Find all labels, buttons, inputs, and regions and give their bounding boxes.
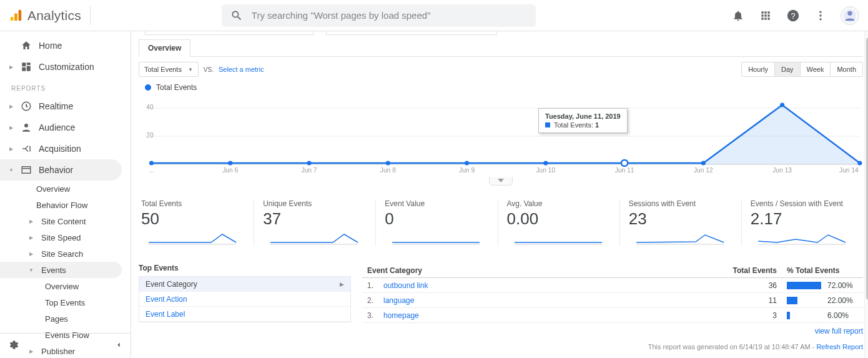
- svg-text:Jun 6: Jun 6: [222, 167, 238, 174]
- analytics-logo-icon: [9, 9, 22, 22]
- granularity-switch: Hourly Day Week Month: [741, 62, 863, 77]
- granularity-month[interactable]: Month: [831, 62, 862, 76]
- nav-behavior[interactable]: ▼ Behavior: [0, 159, 122, 181]
- nav-events[interactable]: ▼Events: [0, 262, 122, 278]
- reports-label: REPORTS: [0, 77, 131, 96]
- search-input[interactable]: Try searching "Worst pages by load speed…: [222, 4, 536, 27]
- nav-site-search[interactable]: ▶Site Search: [0, 246, 122, 262]
- nav-customization[interactable]: ▶ Customization: [0, 56, 122, 77]
- report-main: Overview Total Events ▼ VS. Select a met…: [131, 31, 868, 358]
- svg-rect-1: [14, 13, 17, 21]
- nav-events-top[interactable]: Top Events: [0, 294, 122, 311]
- top-events-title: Top Events: [139, 264, 351, 272]
- svg-point-21: [465, 161, 469, 166]
- card-events-per-session[interactable]: Events / Session with Event 2.17: [748, 199, 863, 246]
- nav-behavior-overview[interactable]: Overview: [0, 181, 122, 197]
- svg-rect-11: [22, 167, 31, 174]
- svg-text:Jun 13: Jun 13: [772, 167, 792, 174]
- select-metric-link[interactable]: Select a metric: [219, 66, 264, 73]
- nav-audience[interactable]: ▶ Audience: [0, 117, 122, 138]
- svg-point-19: [307, 161, 311, 166]
- svg-text:Jun 7: Jun 7: [302, 167, 317, 174]
- line-chart-svg: 40 20 … Jun 6 Jun 7 Jun 8 Jun 9 Ju: [139, 96, 863, 177]
- tab-overview[interactable]: Overview: [139, 39, 190, 57]
- nav-acquisition[interactable]: ▶ Acquisition: [0, 138, 122, 159]
- notifications-icon[interactable]: [731, 8, 746, 23]
- left-nav: Home ▶ Customization REPORTS ▶ Realtime …: [0, 31, 131, 358]
- chevron-right-icon: ▶: [29, 235, 34, 241]
- table-row[interactable]: 1.outbound link3672.00%: [362, 278, 863, 293]
- card-unique-events[interactable]: Unique Events 37: [260, 199, 376, 246]
- svg-point-24: [780, 103, 784, 107]
- nav-footer: [0, 333, 131, 358]
- nav-events-pages[interactable]: Pages: [0, 311, 122, 327]
- svg-rect-0: [11, 16, 14, 20]
- svg-text:…: …: [148, 167, 154, 174]
- nav-events-overview[interactable]: Overview: [0, 278, 122, 294]
- svg-text:40: 40: [146, 104, 154, 111]
- svg-point-20: [386, 161, 390, 166]
- svg-point-7: [819, 18, 821, 20]
- top-events-table: Event Category Total Events % Total Even…: [362, 264, 863, 323]
- svg-text:Jun 10: Jun 10: [536, 167, 555, 174]
- svg-point-10: [24, 124, 28, 127]
- scrollbar[interactable]: [864, 31, 868, 358]
- dimension-event-action[interactable]: Event Action: [139, 292, 350, 307]
- dimension-event-label[interactable]: Event Label: [139, 307, 350, 322]
- nav-realtime[interactable]: ▶ Realtime: [0, 96, 122, 117]
- collapse-nav-icon[interactable]: [114, 341, 123, 352]
- nav-home[interactable]: Home: [0, 35, 122, 56]
- chevron-right-icon: ▶: [9, 104, 14, 109]
- granularity-day[interactable]: Day: [775, 62, 801, 76]
- card-event-value[interactable]: Event Value 0: [382, 199, 498, 246]
- header-actions: ?: [731, 6, 859, 25]
- report-footer: This report was generated on 6/14/19 at …: [362, 343, 863, 357]
- collapse-chart-handle[interactable]: [489, 177, 513, 186]
- search-placeholder: Try searching "Worst pages by load speed…: [252, 10, 431, 21]
- col-pct-events[interactable]: % Total Events: [782, 264, 863, 278]
- svg-text:Jun 12: Jun 12: [694, 167, 713, 174]
- svg-point-23: [701, 161, 706, 166]
- chevron-right-icon: ▶: [9, 146, 14, 152]
- app-header: Analytics Try searching "Worst pages by …: [0, 0, 868, 31]
- truncated-cards: [139, 31, 863, 35]
- nav-site-speed[interactable]: ▶Site Speed: [0, 229, 122, 246]
- svg-text:Jun 8: Jun 8: [380, 167, 396, 174]
- svg-point-26: [621, 160, 628, 166]
- dimension-event-category[interactable]: Event Category▶: [139, 277, 350, 292]
- home-icon: [20, 39, 32, 52]
- account-avatar[interactable]: [841, 6, 859, 25]
- nav-site-content[interactable]: ▶Site Content: [0, 213, 122, 229]
- chevron-right-icon: ▶: [9, 125, 14, 131]
- primary-metric-dropdown[interactable]: Total Events ▼: [139, 62, 199, 77]
- svg-point-5: [819, 11, 821, 12]
- card-avg-value[interactable]: Avg. Value 0.00: [505, 199, 620, 246]
- svg-rect-2: [19, 9, 22, 20]
- granularity-hourly[interactable]: Hourly: [742, 62, 775, 76]
- chevron-down-icon: ▼: [9, 167, 14, 173]
- nav-behavior-flow[interactable]: Behavior Flow: [0, 197, 122, 213]
- svg-text:Jun 14: Jun 14: [839, 167, 859, 174]
- table-row[interactable]: 2.language1122.00%: [362, 293, 863, 308]
- chevron-right-icon: ▶: [340, 281, 344, 287]
- more-vert-icon[interactable]: [813, 8, 828, 23]
- vs-label: VS.: [204, 66, 214, 73]
- card-total-events[interactable]: Total Events 50: [139, 199, 254, 246]
- view-full-report-link[interactable]: view full report: [815, 327, 863, 336]
- svg-point-18: [228, 161, 232, 166]
- table-row[interactable]: 3.homepage36.00%: [362, 308, 863, 323]
- col-event-category[interactable]: Event Category: [362, 264, 701, 278]
- card-sessions-event[interactable]: Sessions with Event 23: [626, 199, 742, 246]
- clock-icon: [20, 100, 32, 112]
- behavior-icon: [20, 164, 32, 176]
- chart-legend: Total Events: [139, 83, 863, 92]
- apps-icon[interactable]: [758, 8, 773, 23]
- admin-gear-icon[interactable]: [7, 339, 19, 353]
- timeseries-chart[interactable]: Total Events 40 20 … Jun: [139, 83, 863, 186]
- product-logo[interactable]: Analytics: [9, 6, 91, 25]
- help-icon[interactable]: ?: [786, 8, 801, 23]
- dimension-list: Event Category▶ Event Action Event Label: [139, 276, 351, 322]
- refresh-report-link[interactable]: Refresh Report: [816, 343, 863, 351]
- col-total-events[interactable]: Total Events: [701, 264, 782, 278]
- granularity-week[interactable]: Week: [801, 62, 831, 76]
